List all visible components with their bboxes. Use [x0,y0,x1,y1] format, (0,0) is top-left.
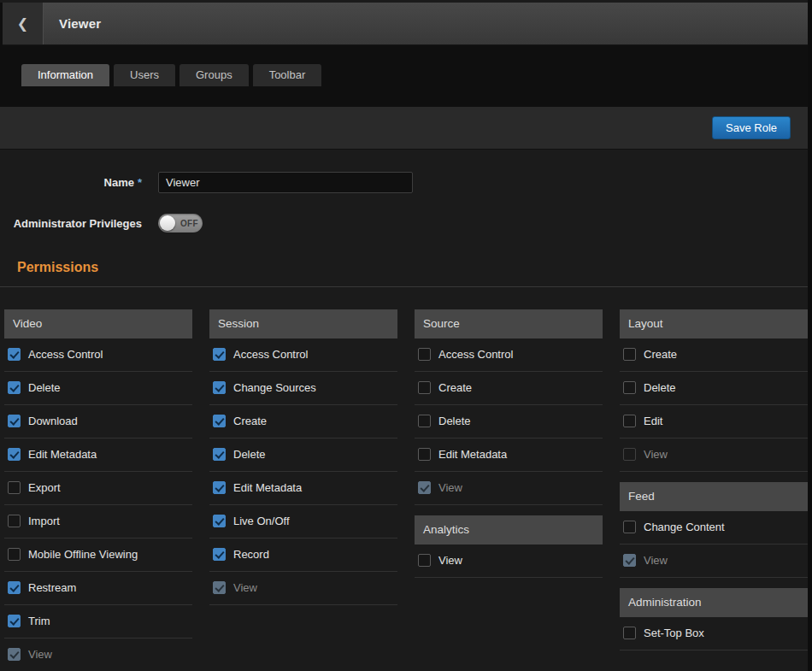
checkbox-unchecked-icon[interactable] [8,515,21,527]
checkbox-unchecked-icon[interactable] [418,381,431,394]
permission-row: Delete [415,405,603,439]
permission-label: Delete [644,381,676,394]
permission-group-analytics: AnalyticsView [415,515,603,578]
checkbox-checked-icon[interactable] [8,415,21,427]
checkbox-unchecked-icon[interactable] [418,554,431,567]
permissions-column: VideoAccess ControlDeleteDownloadEdit Me… [4,309,192,671]
permission-group-title: Administration [620,588,808,617]
permission-label: Mobile Offline Viewing [28,548,138,561]
permission-row: Download [4,405,192,439]
permission-row: Access Control [4,338,192,372]
permission-row: Edit Metadata [415,439,603,472]
checkbox-checked-icon[interactable] [213,348,226,361]
header: ❮ Viewer [3,3,809,45]
admin-privileges-row: Administrator Privileges OFF [0,214,812,232]
checkbox-checked-icon[interactable] [8,348,21,361]
permission-row: Access Control [415,338,603,372]
checkbox-checked-icon[interactable] [213,381,226,394]
permission-group-title: Analytics [415,515,603,544]
checkbox-checked-icon [213,581,226,594]
checkbox-checked-icon[interactable] [213,515,226,527]
admin-privileges-toggle[interactable]: OFF [158,214,203,232]
admin-privileges-label: Administrator Privileges [0,217,142,230]
checkbox-unchecked-icon[interactable] [623,381,636,394]
permission-group-source: SourceAccess ControlCreateDeleteEdit Met… [415,309,603,505]
checkbox-unchecked-icon[interactable] [8,548,21,561]
permission-group-administration: AdministrationSet-Top Box [620,588,808,650]
tab-groups[interactable]: Groups [179,64,249,86]
tab-toolbar[interactable]: Toolbar [253,64,322,86]
permission-group-title: Feed [620,482,808,511]
main-content: Name* Administrator Privileges OFF Permi… [0,150,812,671]
checkbox-unchecked-icon[interactable] [623,415,636,427]
permission-row: Set-Top Box [620,617,808,650]
permission-group-feed: FeedChange ContentView [620,482,808,578]
permission-label: Change Content [644,521,725,533]
checkbox-checked-icon[interactable] [8,581,21,594]
permission-label: View [438,481,462,494]
permission-label: Create [644,348,677,361]
permission-label: View [28,648,52,661]
checkbox-checked-icon [8,648,21,661]
permission-row: View [415,544,603,578]
top-area: ❮ Viewer InformationUsersGroupsToolbar [0,3,812,107]
checkbox-checked-icon[interactable] [213,548,226,561]
tab-bar: InformationUsersGroupsToolbar [0,45,812,107]
permission-row: Live On/Off [209,505,397,539]
toggle-knob-icon [160,215,175,231]
checkbox-checked-icon[interactable] [8,615,21,627]
permissions-column: SourceAccess ControlCreateDeleteEdit Met… [415,309,603,578]
permission-label: Delete [438,415,471,427]
name-label-text: Name [104,176,134,189]
checkbox-unchecked-icon[interactable] [418,415,431,427]
permission-label: Delete [233,448,266,461]
permission-label: View [644,448,668,461]
scrollbar-track[interactable] [808,0,812,671]
permission-row: Change Content [620,511,808,544]
permission-label: Access Control [438,348,513,361]
permission-row: Export [4,472,192,505]
checkbox-checked-icon[interactable] [213,481,226,494]
permission-row: Restream [4,572,192,605]
checkbox-unchecked-icon[interactable] [418,448,431,461]
permissions-heading: Permissions [17,260,812,275]
checkbox-checked-icon[interactable] [213,448,226,461]
permission-row: Access Control [209,338,397,372]
toggle-state-label: OFF [180,219,198,228]
page-title: Viewer [59,3,101,44]
checkbox-checked-icon[interactable] [213,415,226,427]
permission-group-layout: LayoutCreateDeleteEditView [620,309,808,472]
permission-row: Edit Metadata [209,472,397,505]
permission-group-title: Session [209,309,397,338]
permission-label: Import [28,515,60,527]
permission-label: Create [233,415,267,427]
permission-row: Change Sources [209,372,397,405]
checkbox-unchecked-icon[interactable] [623,627,636,639]
permission-row: View [620,544,808,578]
save-role-button[interactable]: Save Role [712,116,791,139]
checkbox-checked-icon[interactable] [8,448,21,461]
checkbox-checked-icon [418,481,431,494]
permission-label: Edit [644,415,662,427]
permission-row: Delete [4,372,192,405]
checkbox-unchecked-icon[interactable] [623,521,636,533]
permission-row: Mobile Offline Viewing [4,539,192,572]
permission-label: Restream [28,581,76,594]
checkbox-checked-icon[interactable] [8,381,21,394]
tab-users[interactable]: Users [114,64,175,86]
permission-label: Download [28,415,78,427]
checkbox-unchecked-icon[interactable] [623,348,636,361]
name-input[interactable] [158,172,413,193]
chevron-left-icon: ❮ [17,15,28,32]
permission-label: Edit Metadata [438,448,507,461]
permission-row: Edit [620,405,808,439]
permission-group-session: SessionAccess ControlChange SourcesCreat… [209,309,397,605]
checkbox-unchecked-icon[interactable] [418,348,431,361]
name-row: Name* [0,172,812,193]
back-button[interactable]: ❮ [3,3,44,44]
permission-row: Delete [209,439,397,472]
permission-row: Create [209,405,397,439]
tab-information[interactable]: Information [21,64,109,86]
permission-group-title: Source [415,309,603,338]
checkbox-unchecked-icon[interactable] [8,481,21,494]
